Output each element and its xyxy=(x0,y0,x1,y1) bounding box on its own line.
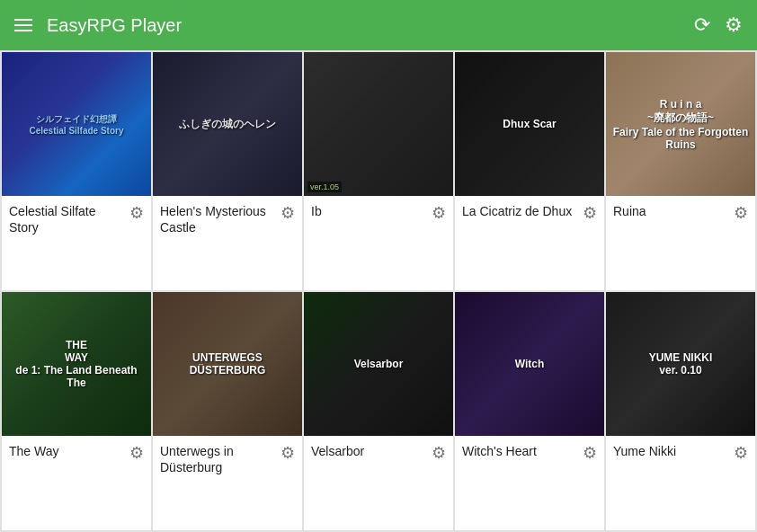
game-info-unterwegs: Unterwegs in Düsterburg⚙ xyxy=(153,436,302,530)
game-thumbnail-yumenikki: YUME NIKKI ver. 0.10 xyxy=(606,292,755,436)
game-info-helen: Helen's Mysterious Castle⚙ xyxy=(153,196,302,290)
game-info-yumenikki: Yume Nikki⚙ xyxy=(606,436,755,530)
game-thumbnail-ruina: R u i n a ~廃都の物語~ Fairy Tale of the Forg… xyxy=(606,52,755,196)
game-title-lacicatriz: La Cicatriz de Dhux xyxy=(462,203,579,219)
game-settings-icon-witchsheart[interactable]: ⚙ xyxy=(583,443,597,463)
game-settings-icon-ruina[interactable]: ⚙ xyxy=(734,203,748,223)
game-title-ib: Ib xyxy=(311,203,428,219)
game-thumbnail-unterwegs: UNTERWEGS DÜSTERBURG xyxy=(153,292,302,436)
game-settings-icon-theway[interactable]: ⚙ xyxy=(129,443,144,463)
game-card-unterwegs[interactable]: UNTERWEGS DÜSTERBURGUnterwegs in Düsterb… xyxy=(153,292,302,530)
game-card-theway[interactable]: THE WAY de 1: The Land Beneath TheThe Wa… xyxy=(2,292,151,530)
topbar-left: EasyRPG Player xyxy=(14,15,182,36)
game-thumbnail-helen: ふしぎの城のヘレン xyxy=(153,52,302,196)
game-settings-icon-unterwegs[interactable]: ⚙ xyxy=(281,443,295,463)
game-settings-icon-velsarbor[interactable]: ⚙ xyxy=(432,443,446,463)
game-title-ruina: Ruina xyxy=(613,203,730,219)
game-settings-icon-ib[interactable]: ⚙ xyxy=(432,203,446,223)
game-grid: シルフェイド幻想譚 Celestial Silfade StoryCelesti… xyxy=(0,50,757,532)
game-card-witchsheart[interactable]: WitchWitch's Heart⚙ xyxy=(455,292,604,530)
topbar: EasyRPG Player ⟳ ⚙ xyxy=(0,0,757,50)
game-settings-icon-celestial[interactable]: ⚙ xyxy=(129,203,144,223)
game-info-lacicatriz: La Cicatriz de Dhux⚙ xyxy=(455,196,604,290)
settings-button[interactable]: ⚙ xyxy=(725,13,743,37)
game-card-helen[interactable]: ふしぎの城のヘレンHelen's Mysterious Castle⚙ xyxy=(153,52,302,290)
game-title-helen: Helen's Mysterious Castle xyxy=(160,203,277,235)
game-settings-icon-lacicatriz[interactable]: ⚙ xyxy=(583,203,597,223)
menu-button[interactable] xyxy=(14,19,32,31)
game-thumbnail-velsarbor: Velsarbor xyxy=(304,292,453,436)
game-title-theway: The Way xyxy=(9,443,126,459)
game-info-celestial: Celestial Silfate Story⚙ xyxy=(2,196,151,290)
game-settings-icon-yumenikki[interactable]: ⚙ xyxy=(734,443,748,463)
game-thumbnail-celestial: シルフェイド幻想譚 Celestial Silfade Story xyxy=(2,52,151,196)
game-card-lacicatriz[interactable]: Dhux ScarLa Cicatriz de Dhux⚙ xyxy=(455,52,604,290)
game-thumbnail-theway: THE WAY de 1: The Land Beneath The xyxy=(2,292,151,436)
game-info-ib: Ib⚙ xyxy=(304,196,453,290)
game-card-velsarbor[interactable]: VelsarborVelsarbor⚙ xyxy=(304,292,453,530)
game-title-celestial: Celestial Silfate Story xyxy=(9,203,126,235)
game-title-witchsheart: Witch's Heart xyxy=(462,443,579,459)
game-thumbnail-lacicatriz: Dhux Scar xyxy=(455,52,604,196)
game-info-witchsheart: Witch's Heart⚙ xyxy=(455,436,604,530)
game-info-theway: The Way⚙ xyxy=(2,436,151,530)
game-info-ruina: Ruina⚙ xyxy=(606,196,755,290)
topbar-right: ⟳ ⚙ xyxy=(694,13,743,37)
game-card-celestial[interactable]: シルフェイド幻想譚 Celestial Silfade StoryCelesti… xyxy=(2,52,151,290)
game-card-ib[interactable]: ver.1.05Ib⚙ xyxy=(304,52,453,290)
refresh-button[interactable]: ⟳ xyxy=(694,13,710,37)
game-title-velsarbor: Velsarbor xyxy=(311,443,428,459)
game-thumbnail-witchsheart: Witch xyxy=(455,292,604,436)
game-thumbnail-ib: ver.1.05 xyxy=(304,52,453,196)
game-card-yumenikki[interactable]: YUME NIKKI ver. 0.10Yume Nikki⚙ xyxy=(606,292,755,530)
app-title: EasyRPG Player xyxy=(47,15,182,36)
game-info-velsarbor: Velsarbor⚙ xyxy=(304,436,453,530)
game-settings-icon-helen[interactable]: ⚙ xyxy=(281,203,295,223)
game-title-unterwegs: Unterwegs in Düsterburg xyxy=(160,443,277,475)
game-card-ruina[interactable]: R u i n a ~廃都の物語~ Fairy Tale of the Forg… xyxy=(606,52,755,290)
game-title-yumenikki: Yume Nikki xyxy=(613,443,730,459)
